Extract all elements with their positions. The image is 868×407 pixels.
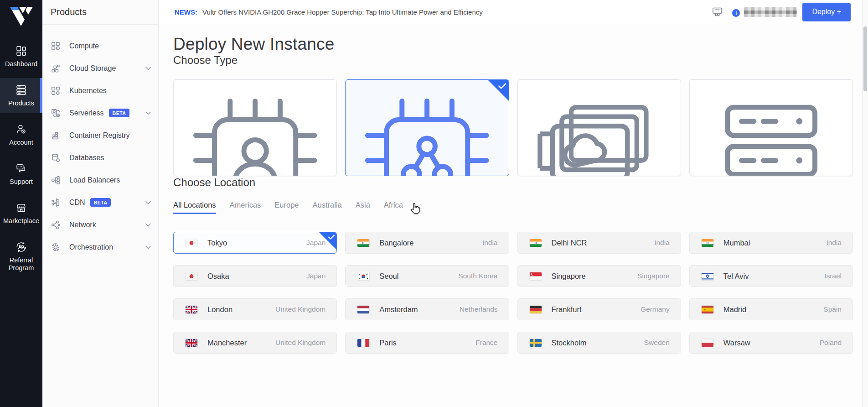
news-text: Vultr Offers NVIDIA GH200 Grace Hopper S… xyxy=(202,8,483,16)
location-card-amsterdam[interactable]: Amsterdam Netherlands xyxy=(345,298,509,320)
gb-flag-icon xyxy=(186,339,197,347)
menu-item-label: CDN xyxy=(69,198,85,207)
tab-australia[interactable]: Australia xyxy=(313,201,342,214)
location-card-madrid[interactable]: Madrid Spain xyxy=(689,298,853,320)
country-label: Germany xyxy=(641,305,670,313)
tab-africa[interactable]: Africa xyxy=(384,201,403,214)
country-label: Netherlands xyxy=(460,305,498,313)
location-card-tokyo[interactable]: Tokyo Japan xyxy=(173,232,337,254)
location-card-manchester[interactable]: Manchester United Kingdom xyxy=(173,332,337,354)
city-label: Bangalore xyxy=(379,239,413,247)
type-card-cloud-compute-shared-cpu[interactable]: Cloud Compute - Shared CPU Virtual machi… xyxy=(345,79,509,176)
location-card-bangalore[interactable]: Bangalore India xyxy=(345,232,509,254)
rail-item-support[interactable]: Support xyxy=(0,157,42,192)
country-label: Sweden xyxy=(644,339,670,347)
main-content: Deploy New Instance Choose Type Optimize… xyxy=(159,24,868,407)
news-ticker[interactable]: NEWS: Vultr Offers NVIDIA GH200 Grace Ho… xyxy=(175,8,483,16)
menu-item-kubernetes[interactable]: Kubernetes xyxy=(42,79,158,102)
menu-item-container-registry[interactable]: Container Registry xyxy=(42,124,158,146)
type-card-cloud-gpu[interactable]: Cloud GPU Virtual machines with fraction… xyxy=(517,79,681,176)
location-card-singapore[interactable]: Singapore Singapore xyxy=(517,265,681,287)
chevron-down-icon xyxy=(145,223,151,227)
country-label: United Kingdom xyxy=(275,305,326,313)
gpu-icon xyxy=(527,89,671,176)
location-card-frankfurt[interactable]: Frankfurt Germany xyxy=(517,298,681,320)
in-flag-icon xyxy=(357,239,369,247)
chevron-down-icon xyxy=(145,201,151,204)
city-label: Warsaw xyxy=(723,339,750,347)
country-label: United Kingdom xyxy=(275,339,326,347)
sg-flag-icon xyxy=(530,272,542,280)
location-card-paris[interactable]: Paris France xyxy=(345,332,509,354)
location-card-tel-aviv[interactable]: Tel Aviv Israel xyxy=(689,265,853,287)
location-card-warsaw[interactable]: Warsaw Poland xyxy=(689,332,853,354)
city-label: Stockholm xyxy=(552,339,587,347)
notification-badge: 1 xyxy=(731,8,741,18)
menu-item-cloud-storage[interactable]: Cloud Storage xyxy=(42,57,158,79)
chevron-down-icon xyxy=(145,111,151,115)
tab-americas[interactable]: Americas xyxy=(230,201,261,214)
menu-item-label: Cloud Storage xyxy=(69,64,116,73)
type-grid: Optimized Cloud Compute - Dedicated CPU … xyxy=(173,79,853,176)
location-card-london[interactable]: London United Kingdom xyxy=(173,298,337,320)
country-label: India xyxy=(654,239,670,247)
vultr-logo[interactable] xyxy=(9,6,34,27)
menu-item-cdn[interactable]: CDN BETA xyxy=(42,191,158,214)
location-card-delhi-ncr[interactable]: Delhi NCR India xyxy=(517,232,681,254)
country-label: Poland xyxy=(820,339,842,347)
menu-item-databases[interactable]: Databases xyxy=(42,146,158,169)
rail-item-label: Support xyxy=(10,178,33,186)
atm-icon[interactable] xyxy=(712,6,723,18)
il-flag-icon xyxy=(702,272,713,280)
menu-item-network[interactable]: Network xyxy=(42,214,158,236)
rail-item-label: Marketplace xyxy=(3,217,39,225)
location-card-osaka[interactable]: Osaka Japan xyxy=(173,265,337,287)
primary-sidebar: Dashboard Products Account Support Marke… xyxy=(0,0,42,407)
products-sidebar: Products Compute Cloud Storage Kubernete… xyxy=(42,0,159,407)
tab-europe[interactable]: Europe xyxy=(274,201,299,214)
location-card-stockholm[interactable]: Stockholm Sweden xyxy=(517,332,681,354)
menu-item-orchestration[interactable]: Orchestration xyxy=(42,236,158,258)
rail-item-marketplace[interactable]: Marketplace xyxy=(0,196,42,231)
tab-all-locations[interactable]: All Locations xyxy=(173,201,216,214)
chevron-down-icon xyxy=(145,245,151,249)
jp-flag-icon xyxy=(186,272,197,280)
rail-item-label: Referral Program xyxy=(1,256,41,272)
rail-item-products[interactable]: Products xyxy=(0,78,42,113)
jp-flag-icon xyxy=(186,239,197,247)
city-label: Amsterdam xyxy=(379,305,418,314)
scrollbar-thumb[interactable] xyxy=(863,26,867,91)
databases-icon xyxy=(51,153,61,163)
tab-asia[interactable]: Asia xyxy=(356,201,370,214)
country-label: Israel xyxy=(824,272,842,280)
menu-item-compute[interactable]: Compute xyxy=(42,35,158,57)
chip-share-icon xyxy=(355,89,499,176)
fr-flag-icon xyxy=(357,339,369,347)
type-card-optimized-cloud-compute-dedicated-cpu[interactable]: Optimized Cloud Compute - Dedicated CPU … xyxy=(173,79,337,176)
deploy-button[interactable]: Deploy + xyxy=(802,3,851,21)
location-card-seoul[interactable]: Seoul South Korea xyxy=(345,265,509,287)
account-email-redacted[interactable] xyxy=(744,7,797,17)
nl-flag-icon xyxy=(357,306,369,313)
rail-item-referral-program[interactable]: Referral Program xyxy=(0,235,42,278)
country-label: Japan xyxy=(306,272,326,280)
rail-item-dashboard[interactable]: Dashboard xyxy=(0,39,42,74)
check-icon xyxy=(328,235,335,240)
menu-item-load-balancers[interactable]: Load Balancers xyxy=(42,169,158,191)
news-label: NEWS: xyxy=(175,8,197,16)
menu-item-label: Compute xyxy=(69,42,99,50)
marketplace-icon xyxy=(15,202,27,214)
city-label: Manchester xyxy=(207,339,247,347)
country-label: Singapore xyxy=(637,272,670,280)
type-card-bare-metal[interactable]: Bare Metal Single tenant bare metal for … xyxy=(689,79,853,176)
city-label: Mumbai xyxy=(723,239,750,247)
city-label: Tel Aviv xyxy=(723,272,749,281)
compute-icon xyxy=(51,41,61,51)
location-card-mumbai[interactable]: Mumbai India xyxy=(689,232,853,254)
rail-item-account[interactable]: Account xyxy=(0,117,42,152)
de-flag-icon xyxy=(530,306,542,313)
city-label: London xyxy=(207,305,232,314)
country-label: Spain xyxy=(823,305,842,313)
menu-item-serverless[interactable]: Serverless BETA xyxy=(42,102,158,124)
menu-item-label: Databases xyxy=(69,154,104,162)
